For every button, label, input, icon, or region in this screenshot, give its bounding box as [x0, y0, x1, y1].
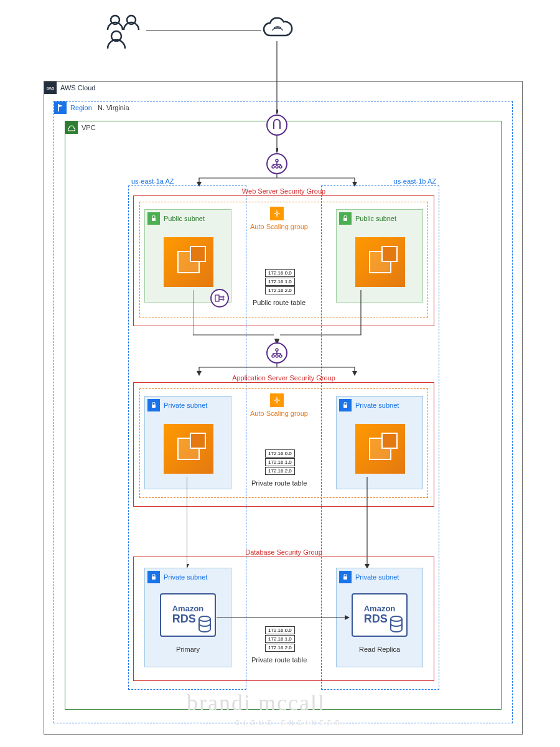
lock-icon [147, 571, 160, 583]
region-label: Region [70, 104, 92, 111]
subnet-label: Public subnet [355, 215, 396, 222]
internet-gateway-icon [266, 115, 287, 136]
svg-point-26 [276, 400, 278, 402]
ec2-icon [355, 237, 405, 287]
rds-brand2: RDS [172, 613, 196, 625]
route-entry: 172.16.1.0 [265, 635, 295, 643]
svg-rect-16 [152, 218, 156, 221]
svg-rect-27 [152, 405, 156, 408]
asg-icon [270, 207, 284, 220]
subnet-label: Private subnet [355, 402, 399, 409]
watermark-title: CLOUD ENGINEER [235, 720, 343, 726]
subnet-label: Private subnet [164, 573, 207, 581]
svg-point-9 [276, 159, 278, 162]
route-table-label: Private route table [251, 656, 307, 664]
asg-icon [270, 393, 284, 407]
app-sg-label: Application Server Security Group [232, 374, 335, 382]
rds-icon: AmazonRDS [160, 593, 216, 637]
users-icon [103, 12, 146, 50]
svg-rect-4 [58, 104, 59, 111]
svg-marker-36 [345, 615, 350, 620]
svg-point-34 [391, 616, 402, 621]
route-entry: 172.16.0.0 [265, 626, 295, 634]
az-b-label: us-east-1b AZ [394, 177, 436, 185]
rds-brand: Amazon [364, 604, 396, 613]
route-entry: 172.16.1.0 [265, 278, 295, 286]
route-entry: 172.16.2.0 [265, 644, 295, 652]
app-asg-label: Auto Scaling group [250, 410, 308, 417]
private-subnet-b: Private subnet [336, 396, 423, 489]
rds-role-label: Primary [176, 646, 200, 653]
connector-line [276, 41, 278, 115]
connector-line [146, 30, 261, 32]
rds-icon: AmazonRDS [352, 593, 408, 637]
route-entry: 172.16.0.0 [265, 269, 295, 277]
route-entry: 172.16.1.0 [265, 458, 295, 466]
svg-marker-24 [197, 371, 202, 376]
connector-line [193, 290, 373, 346]
region-name: N. Virginia [98, 104, 129, 111]
svg-rect-31 [152, 576, 156, 580]
svg-rect-33 [343, 576, 347, 580]
connector-line [168, 354, 386, 376]
svg-marker-8 [276, 148, 278, 153]
rds-brand: Amazon [172, 604, 204, 613]
watermark-name: brandi mccall [187, 690, 325, 716]
svg-point-32 [199, 616, 210, 621]
ec2-icon [355, 424, 405, 474]
web-sg-label: Web Server Security Group [242, 187, 325, 195]
vpc-icon [65, 121, 78, 134]
private-route-table-app: 172.16.0.0 172.16.1.0 172.16.2.0 [265, 449, 295, 475]
region-icon [54, 101, 67, 114]
svg-marker-25 [352, 371, 357, 376]
ec2-icon [164, 424, 213, 474]
rds-brand2: RDS [364, 613, 388, 625]
rds-role-label: Read Replica [359, 646, 400, 653]
lock-icon [339, 399, 352, 411]
connector-line [276, 136, 278, 153]
connector-line [217, 615, 350, 620]
svg-marker-6 [276, 110, 278, 115]
aws-cloud-label: AWS Cloud [60, 84, 95, 92]
route-entry: 172.16.0.0 [265, 449, 295, 458]
vpc-label: VPC [82, 124, 96, 131]
lock-icon [147, 399, 160, 411]
svg-point-20 [276, 349, 278, 351]
az-a-label: us-east-1a AZ [131, 177, 174, 185]
connector-line [168, 164, 386, 187]
private-subnet-a: Private subnet [144, 396, 231, 489]
public-subnet-b: Public subnet [336, 209, 423, 303]
cloud-icon [260, 16, 295, 42]
web-asg-label: Auto Scaling group [250, 223, 308, 230]
lock-icon [147, 212, 160, 225]
ec2-icon [164, 237, 213, 287]
svg-rect-28 [343, 405, 347, 408]
subnet-label: Public subnet [164, 215, 205, 222]
subnet-label: Private subnet [355, 573, 399, 581]
private-route-table-db: 172.16.0.0 172.16.1.0 172.16.2.0 [265, 626, 295, 652]
lock-icon [339, 571, 352, 583]
db-sg-label: Database Security Group [245, 548, 322, 556]
aws-logo-icon: aws [44, 82, 57, 94]
svg-rect-18 [343, 218, 347, 221]
route-entry: 172.16.2.0 [265, 467, 295, 475]
subnet-label: Private subnet [164, 402, 207, 409]
lock-icon [339, 212, 352, 225]
svg-point-15 [276, 213, 278, 215]
